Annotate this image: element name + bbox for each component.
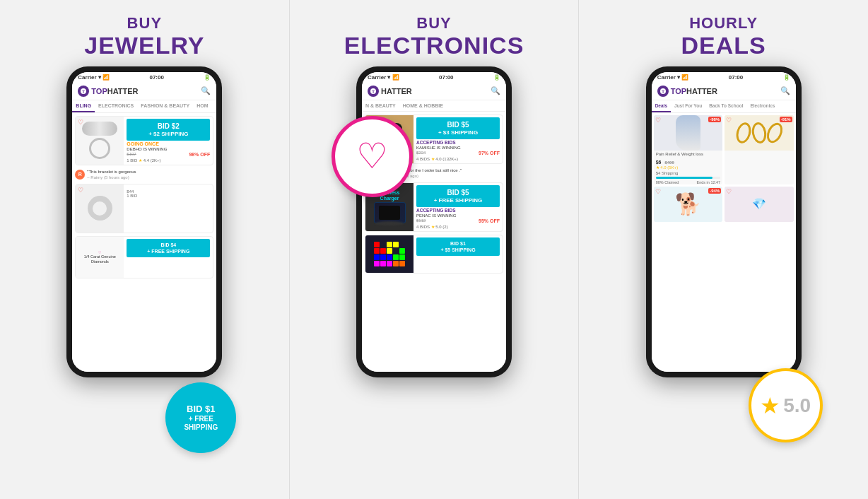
heart-grid-3[interactable]: ♡: [655, 188, 661, 195]
bubble-bid: BID $1: [187, 404, 215, 415]
discount-1: 98% OFF: [189, 152, 210, 157]
discount-e2: 95% OFF: [479, 218, 500, 223]
shipping-e3: + $5 SHIPPING: [421, 247, 495, 253]
logo-icon: T: [78, 86, 89, 97]
product-label-3: ♡ 1/4 Carat Genuine Diamonds: [77, 250, 122, 264]
time-text: 07:00: [149, 74, 163, 81]
tab-fashion[interactable]: FASHION & BEAUTY: [137, 100, 193, 112]
deals-phone-wrap: Carrier ▾ 📶 07:00 🔋 T TOPHATTER 🔍: [646, 66, 802, 492]
nav-tabs-deals: Deals Just For You Back To School Electr…: [652, 100, 796, 113]
ring-decoration: [89, 138, 110, 159]
app-header-2: T HATTER 🔍: [362, 83, 506, 100]
tab-just-for-you[interactable]: Just For You: [671, 100, 705, 112]
heart-icon-1[interactable]: ♡: [78, 119, 83, 126]
app-header: T TOPHATTER 🔍: [72, 83, 216, 100]
time-2: 07:00: [439, 74, 453, 81]
star-rating-bubble: ★ 5.0: [749, 368, 823, 442]
heart-grid-2[interactable]: ♡: [726, 117, 732, 124]
product-card-1: ♡ BID $2 + $2 SHIPPING: [75, 116, 213, 165]
deals-phone-screen: Carrier ▾ 📶 07:00 🔋 T TOPHATTER 🔍: [652, 72, 796, 372]
tab-electronics[interactable]: Electronics: [746, 100, 778, 112]
shipping-3: + FREE SHIPPING: [131, 248, 206, 254]
nav-tabs-jewelry: BLING ELECTRONICS FASHION & BEAUTY HOM: [72, 100, 216, 113]
logo-text-3: TOPHATTER: [671, 87, 717, 95]
product-card-e3: BID $1 + $5 SHIPPING: [365, 235, 503, 274]
bid-button-e3[interactable]: BID $1 + $5 SHIPPING: [416, 237, 500, 256]
tab-home[interactable]: HOM: [193, 100, 211, 112]
bid-button-3[interactable]: BID $4 + FREE SHIPPING: [127, 239, 210, 257]
shipping-e1: + $3 SHIPPING: [421, 129, 495, 136]
bid-button-e1[interactable]: BID $5 + $3 SHIPPING: [416, 117, 500, 139]
bid-e1: BID $5: [421, 120, 495, 129]
bubble-ship: SHIPPING: [184, 423, 218, 432]
product-info-3: BID $4 + FREE SHIPPING: [124, 237, 213, 278]
tab-back-to-school[interactable]: Back To School: [705, 100, 746, 112]
product-card-2: ♡ $441 BID: [75, 184, 213, 233]
search-icon-2[interactable]: 🔍: [491, 86, 500, 95]
star-icon: ★: [760, 392, 780, 419]
nav-tabs-electronics: N & BEAUTY HOME & HOBBIE: [362, 100, 506, 112]
deals-title-line2: DEALS: [681, 33, 766, 59]
heart-icon-2[interactable]: ♡: [78, 187, 83, 194]
grid-rating-1: ★ 4.0 (5K+): [654, 165, 723, 171]
tab-deals[interactable]: Deals: [652, 100, 671, 112]
winner-e2: PENAC IS WINNING: [416, 213, 500, 218]
rating-1: ★: [139, 158, 143, 163]
review-content: "This bracelet is gorgeous – Raimy (5 ho…: [87, 170, 136, 180]
status-e1: ACCEPTING BIDS: [416, 140, 500, 145]
product-info-e3: BID $1 + $5 SHIPPING: [414, 235, 503, 273]
product-image-3: ♡ 1/4 Carat Genuine Diamonds: [76, 237, 124, 278]
discount-badge-1: -98%: [708, 117, 721, 122]
tab-electronics[interactable]: ELECTRONICS: [95, 100, 137, 112]
carrier-text: Carrier ▾ 📶: [78, 74, 110, 81]
winner-e1: KAMISHE IS WINNING: [416, 146, 500, 150]
grid-item-4: ♡ 💎: [725, 187, 794, 222]
review-text: "This bracelet is gorgeous: [87, 170, 136, 175]
status-bar-2: Carrier ▾ 📶 07:00 🔋: [362, 72, 506, 83]
bangle-3: [764, 120, 786, 146]
search-icon-3[interactable]: 🔍: [780, 86, 790, 95]
heart-grid-4[interactable]: ♡: [726, 188, 732, 195]
electronics-phone-frame: Carrier ▾ 📶 07:00 🔋 T HATTER 🔍: [356, 66, 512, 377]
jewelry-title-line1: BUY: [127, 14, 162, 33]
battery-icon: 🔋: [204, 74, 211, 81]
product-info-e2: BID $5 + FREE SHIPPING ACCEPTING BIDS PE…: [414, 183, 503, 231]
jewelry-phone-frame: Carrier ▾ 📶 07:00 🔋 T TOPHATTER 🔍: [66, 66, 222, 377]
heart-grid-1[interactable]: ♡: [655, 117, 661, 124]
old-price-1: $107: [127, 152, 136, 156]
old-price-e1: $234: [416, 151, 426, 155]
tab-bling[interactable]: BLING: [72, 100, 95, 112]
bid-bubble-jewelry: BID $1 + FREE SHIPPING: [165, 382, 236, 453]
dog-emoji: 🐕: [675, 192, 701, 216]
logo-text: TOPHATTER: [91, 87, 138, 95]
app-logo-3: T TOPHATTER: [657, 86, 717, 97]
logo-text-2: HATTER: [381, 87, 412, 95]
logo-icon-2: T: [368, 86, 379, 97]
tab-hobbies[interactable]: HOME & HOBBIE: [399, 100, 447, 111]
electronics-phone-wrap: Carrier ▾ 📶 07:00 🔋 T HATTER 🔍: [356, 66, 512, 492]
jewelry-phone-wrap: Carrier ▾ 📶 07:00 🔋 T TOPHATTER 🔍: [66, 66, 222, 492]
product-image-2: ♡: [76, 184, 124, 233]
product-label-2: $441 BID: [127, 187, 210, 198]
screen-content-jewelry: ♡ BID $2 + $2 SHIPPING: [72, 113, 216, 372]
electronics-panel: BUY ELECTRONICS Carrier ▾ 📶 07:00 🔋 T HA…: [290, 0, 579, 499]
bracelet-decoration: [82, 122, 117, 136]
review-author: – Raimy (5 hours ago): [87, 175, 136, 180]
svg-text:T: T: [662, 89, 664, 93]
carrier-2: Carrier ▾ 📶: [368, 74, 399, 81]
app-logo-2: T HATTER: [368, 86, 412, 97]
bangles-shape: [737, 122, 782, 143]
time-3: 07:00: [729, 74, 743, 81]
old-price-e2: $112: [416, 218, 426, 223]
bubble-plus: + FREE: [189, 415, 213, 423]
shipping-1: + $2 SHIPPING: [131, 131, 206, 138]
bid-e3: BID $1: [421, 240, 495, 247]
electronics-title-line2: ELECTRONICS: [344, 33, 524, 59]
bid-button-e2[interactable]: BID $5 + FREE SHIPPING: [416, 185, 500, 207]
ring-2: [88, 196, 112, 221]
app-header-3: T TOPHATTER 🔍: [652, 83, 796, 100]
tab-beauty[interactable]: N & BEAUTY: [362, 100, 399, 111]
search-icon[interactable]: 🔍: [201, 86, 211, 95]
bid-button-1[interactable]: BID $2 + $2 SHIPPING: [127, 119, 210, 141]
bid-amount-1: BID $2: [131, 122, 206, 131]
